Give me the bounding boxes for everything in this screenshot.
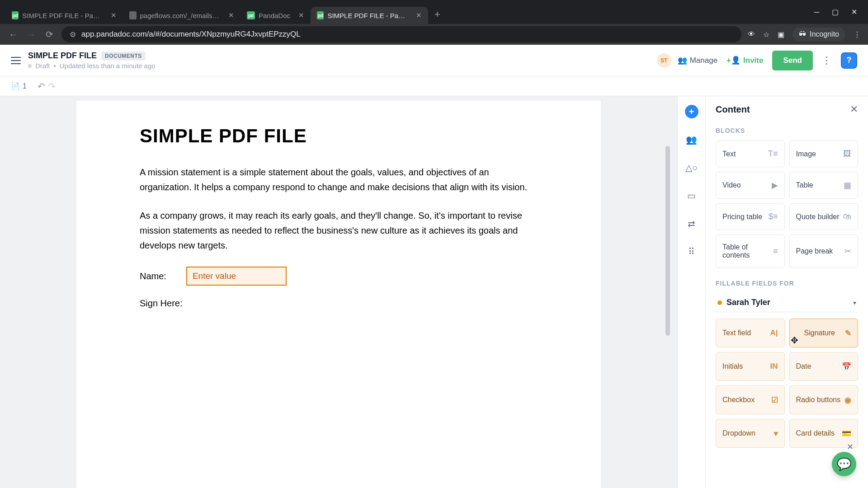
pricing-icon: $≡ <box>769 212 778 221</box>
block-label: Text <box>722 150 736 158</box>
initials-icon: IN <box>770 362 778 371</box>
field-text[interactable]: Text fieldA| <box>716 319 785 347</box>
chevron-down-icon: ▾ <box>853 299 856 306</box>
window-controls: ─ ▢ ✕ <box>803 0 868 24</box>
help-button[interactable]: ? <box>841 52 857 69</box>
chat-widget-button[interactable]: 💬 <box>832 452 856 476</box>
url-text: app.pandadoc.com/a/#/documents/XNpzmyuRG… <box>81 30 301 39</box>
field-radio-buttons[interactable]: Radio buttons◉ <box>789 385 859 414</box>
site-settings-icon[interactable]: ⚙ <box>70 30 76 39</box>
document-canvas[interactable]: SIMPLE PDF FILE A mission statement is a… <box>0 96 677 488</box>
page-count: 1 <box>23 82 27 90</box>
browser-tab[interactable]: pd SIMPLE PDF FILE - PandaDoc ✕ <box>5 7 123 24</box>
people-icon: 👥 <box>678 56 687 65</box>
panel-icon[interactable]: ▣ <box>778 30 784 39</box>
more-options-button[interactable]: ⋯ <box>821 53 833 68</box>
field-label: Checkbox <box>722 396 755 404</box>
layout-button[interactable]: ▭ <box>684 188 699 203</box>
document-page[interactable]: SIMPLE PDF FILE A mission statement is a… <box>76 101 601 488</box>
name-label: Name: <box>140 271 166 282</box>
tab-title: PandaDoc <box>259 12 290 19</box>
manage-button[interactable]: 👥 Manage <box>678 56 717 65</box>
bookmark-icon[interactable]: ☆ <box>763 30 769 39</box>
status-dot-icon <box>28 64 32 68</box>
block-image[interactable]: Image🖼 <box>789 141 859 167</box>
block-page-break[interactable]: Page break✂ <box>789 235 859 268</box>
block-video[interactable]: Video▶ <box>716 172 785 199</box>
browser-menu-icon[interactable]: ⋮ <box>854 30 861 39</box>
user-avatar[interactable]: ST <box>657 53 671 68</box>
browser-tab[interactable]: pd PandaDoc ✕ <box>241 7 311 24</box>
add-content-button[interactable]: + <box>684 104 699 119</box>
chat-close-button[interactable]: ✕ <box>847 442 854 452</box>
assignee-dropdown[interactable]: Sarah Tyler ▾ <box>716 293 858 312</box>
paragraph: As a company grows, it may reach its ear… <box>140 208 538 253</box>
address-bar: ← → ⟳ ⚙ app.pandadoc.com/a/#/documents/X… <box>0 24 868 45</box>
paragraph: A mission statement is a simple statemen… <box>140 165 538 195</box>
maximize-icon[interactable]: ▢ <box>832 8 839 16</box>
checkbox-icon: ☑ <box>771 395 778 405</box>
tab-close-icon[interactable]: ✕ <box>106 11 117 19</box>
tab-close-icon[interactable]: ✕ <box>224 11 234 19</box>
assignee-name: Sarah Tyler <box>726 298 849 307</box>
variables-button[interactable]: △○ <box>684 160 699 175</box>
field-dropdown[interactable]: Dropdown▾ <box>716 419 785 448</box>
page-break-icon: ✂ <box>844 246 851 256</box>
send-button[interactable]: Send <box>772 51 813 70</box>
back-button[interactable]: ← <box>7 28 19 40</box>
document-title[interactable]: SIMPLE PDF FILE <box>28 51 97 61</box>
block-table[interactable]: Table▦ <box>789 172 859 199</box>
browser-tab-active[interactable]: pd SIMPLE PDF FILE - PandaDoc ✕ <box>311 7 428 24</box>
quote-icon: 🛍 <box>843 212 851 221</box>
block-text[interactable]: TextT≡ <box>716 141 785 167</box>
text-field-placeholder[interactable]: Enter value <box>186 267 287 286</box>
video-icon: ▶ <box>772 180 778 190</box>
incognito-indicator[interactable]: 🕶 Incognito <box>793 28 845 41</box>
menu-toggle-button[interactable] <box>11 57 21 64</box>
reload-button[interactable]: ⟳ <box>43 28 55 40</box>
add-person-icon: +⁠👤 <box>726 56 741 65</box>
field-label: Radio buttons <box>796 396 841 404</box>
signature-icon: ✎ <box>845 328 851 338</box>
apps-grid-button[interactable]: ⠿ <box>684 244 699 259</box>
tab-title: SIMPLE PDF FILE - PandaDoc <box>327 12 408 19</box>
redo-button[interactable]: ↷ <box>48 81 56 92</box>
field-checkbox[interactable]: Checkbox☑ <box>716 385 785 414</box>
field-label: Date <box>796 362 811 371</box>
block-table-of-contents[interactable]: Table of contents≡ <box>716 235 785 268</box>
field-initials[interactable]: InitialsIN <box>716 352 785 381</box>
editor-toolbar: 📄 1 ↶ ↷ <box>0 76 868 96</box>
minimize-icon[interactable]: ─ <box>814 8 819 16</box>
field-signature[interactable]: ✥ Signature✎ <box>789 319 859 347</box>
tab-title: SIMPLE PDF FILE - PandaDoc <box>22 12 103 19</box>
url-input[interactable]: ⚙ app.pandadoc.com/a/#/documents/XNpzmyu… <box>61 26 741 42</box>
pages-icon: 📄 <box>11 82 20 90</box>
new-tab-button[interactable]: + <box>428 5 447 24</box>
close-window-icon[interactable]: ✕ <box>851 8 857 16</box>
block-pricing-table[interactable]: Pricing table$≡ <box>716 203 785 230</box>
move-cursor-icon: ✥ <box>791 335 798 346</box>
workflow-button[interactable]: ⇄ <box>684 216 699 231</box>
tab-close-icon[interactable]: ✕ <box>294 11 304 19</box>
document-info: SIMPLE PDF FILE DOCUMENTS Draft • Update… <box>28 51 650 70</box>
field-date[interactable]: Date📅 <box>789 352 859 381</box>
text-field-icon: A| <box>770 328 778 338</box>
status-separator: • <box>54 62 56 70</box>
close-panel-button[interactable]: ✕ <box>850 103 858 115</box>
tab-close-icon[interactable]: ✕ <box>411 11 422 19</box>
scrollbar[interactable] <box>665 146 670 336</box>
forward-button[interactable]: → <box>25 28 37 40</box>
eye-off-icon[interactable]: 👁 <box>748 30 755 38</box>
panel-title: Content <box>716 104 750 115</box>
calendar-icon: 📅 <box>842 362 851 371</box>
incognito-label: Incognito <box>810 30 839 38</box>
invite-button[interactable]: +⁠👤 Invite <box>724 52 766 69</box>
browser-tab[interactable]: pageflows.com/_/emails/_/7fb5 ✕ <box>123 7 241 24</box>
block-quote-builder[interactable]: Quote builder🛍 <box>789 203 859 230</box>
pages-indicator[interactable]: 📄 1 <box>11 82 27 90</box>
side-rail: + 👥 △○ ▭ ⇄ ⠿ <box>677 96 705 488</box>
block-label: Page break <box>796 247 833 255</box>
undo-button[interactable]: ↶ <box>38 81 45 92</box>
recipients-button[interactable]: 👥 <box>684 132 699 147</box>
field-label: Dropdown <box>722 429 755 437</box>
